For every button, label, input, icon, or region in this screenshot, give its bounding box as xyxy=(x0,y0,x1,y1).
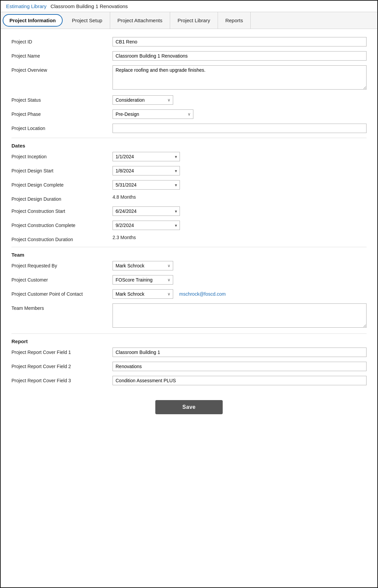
project-name-label: Project Name xyxy=(11,51,113,59)
project-design-start-row: Project Design Start 1/8/2024 xyxy=(11,166,367,175)
project-name-row: Project Name xyxy=(11,51,367,61)
report-cover-field-2-label: Project Report Cover Field 2 xyxy=(11,362,113,369)
report-cover-field-3-label: Project Report Cover Field 3 xyxy=(11,376,113,383)
project-inception-label: Project Inception xyxy=(11,152,113,159)
divider-report xyxy=(11,333,367,334)
tab-project-setup[interactable]: Project Setup xyxy=(65,12,110,29)
contact-row: Mark Schrock mschrock@foscd.com xyxy=(113,289,367,299)
tab-project-information[interactable]: Project Information xyxy=(3,14,63,27)
project-construction-complete-row: Project Construction Complete 9/2/2024 xyxy=(11,221,367,230)
project-inception-row: Project Inception 1/1/2024 xyxy=(11,152,367,161)
nav-tabs: Project Information Project Setup Projec… xyxy=(1,12,377,29)
project-phase-row: Project Phase Pre-Design Design Construc… xyxy=(11,109,367,119)
project-overview-row: Project Overview Replace roofing and the… xyxy=(11,65,367,91)
project-construction-start-select[interactable]: 6/24/2024 xyxy=(113,206,180,216)
dates-heading: Dates xyxy=(11,143,367,149)
divider-team xyxy=(11,247,367,247)
report-cover-field-2-input[interactable] xyxy=(113,362,367,371)
project-construction-start-field: 6/24/2024 xyxy=(113,206,367,216)
project-construction-complete-field: 9/2/2024 xyxy=(113,221,367,230)
project-status-select[interactable]: Consideration Active Complete xyxy=(113,95,173,105)
report-cover-field-3-input[interactable] xyxy=(113,376,367,385)
estimating-library-link[interactable]: Estimating Library xyxy=(6,3,46,9)
project-location-row: Project Location xyxy=(11,124,367,133)
project-construction-start-wrapper: 6/24/2024 xyxy=(113,206,180,216)
project-customer-label: Project Customer xyxy=(11,275,113,283)
project-requested-by-wrapper: Mark Schrock xyxy=(113,261,173,270)
project-construction-start-label: Project Construction Start xyxy=(11,206,113,214)
project-construction-complete-select[interactable]: 9/2/2024 xyxy=(113,221,180,230)
project-customer-wrapper: FOScore Training xyxy=(113,275,173,285)
project-design-start-field: 1/8/2024 xyxy=(113,166,367,175)
report-cover-field-1-label: Project Report Cover Field 1 xyxy=(11,348,113,355)
project-name-field xyxy=(113,51,367,61)
project-design-complete-row: Project Design Complete 5/31/2024 xyxy=(11,180,367,190)
team-heading: Team xyxy=(11,252,367,258)
top-bar-title: Classroom Building 1 Renovations xyxy=(51,3,128,9)
team-members-label: Team Members xyxy=(11,303,113,311)
tab-reports[interactable]: Reports xyxy=(218,12,251,29)
project-design-complete-select[interactable]: 5/31/2024 xyxy=(113,180,180,190)
project-requested-by-field: Mark Schrock xyxy=(113,261,367,270)
project-requested-by-label: Project Requested By xyxy=(11,261,113,268)
project-phase-field: Pre-Design Design Construction Closeout xyxy=(113,109,367,119)
project-customer-select[interactable]: FOScore Training xyxy=(113,275,173,285)
project-design-duration-value: 4.8 Months xyxy=(113,192,136,200)
project-design-complete-label: Project Design Complete xyxy=(11,180,113,188)
project-customer-field: FOScore Training xyxy=(113,275,367,285)
project-id-input[interactable] xyxy=(113,37,367,46)
project-status-wrapper: Consideration Active Complete xyxy=(113,95,173,105)
project-phase-select[interactable]: Pre-Design Design Construction Closeout xyxy=(113,109,193,119)
project-name-input[interactable] xyxy=(113,51,367,61)
project-phase-label: Project Phase xyxy=(11,109,113,117)
project-customer-poc-row: Project Customer Point of Contact Mark S… xyxy=(11,289,367,299)
project-overview-label: Project Overview xyxy=(11,65,113,73)
top-bar: Estimating Library Classroom Building 1 … xyxy=(1,1,377,12)
project-phase-wrapper: Pre-Design Design Construction Closeout xyxy=(113,109,193,119)
report-cover-field-1-input[interactable] xyxy=(113,348,367,357)
project-status-row: Project Status Consideration Active Comp… xyxy=(11,95,367,105)
report-cover-field-1-row: Project Report Cover Field 1 xyxy=(11,348,367,357)
project-id-field xyxy=(113,37,367,46)
report-cover-field-1-field xyxy=(113,348,367,357)
project-requested-by-row: Project Requested By Mark Schrock xyxy=(11,261,367,270)
project-design-duration-label: Project Design Duration xyxy=(11,194,113,202)
project-inception-field: 1/1/2024 xyxy=(113,152,367,161)
project-construction-duration-value: 2.3 Months xyxy=(113,233,136,240)
project-customer-row: Project Customer FOScore Training xyxy=(11,275,367,285)
project-construction-duration-row: Project Construction Duration 2.3 Months xyxy=(11,235,367,242)
team-members-textarea[interactable] xyxy=(113,303,367,328)
tab-project-library[interactable]: Project Library xyxy=(170,12,218,29)
project-design-complete-wrapper: 5/31/2024 xyxy=(113,180,180,190)
project-status-field: Consideration Active Complete xyxy=(113,95,367,105)
save-button[interactable]: Save xyxy=(155,400,222,414)
report-cover-field-3-field xyxy=(113,376,367,385)
report-cover-field-2-field xyxy=(113,362,367,371)
project-status-label: Project Status xyxy=(11,95,113,103)
project-location-label: Project Location xyxy=(11,124,113,131)
project-id-label: Project ID xyxy=(11,37,113,44)
report-cover-field-3-row: Project Report Cover Field 3 xyxy=(11,376,367,385)
project-inception-select[interactable]: 1/1/2024 xyxy=(113,152,180,161)
report-cover-field-2-row: Project Report Cover Field 2 xyxy=(11,362,367,371)
tab-project-attachments[interactable]: Project Attachments xyxy=(110,12,170,29)
project-location-input[interactable] xyxy=(113,124,367,133)
project-design-start-select[interactable]: 1/8/2024 xyxy=(113,166,180,175)
project-design-duration-row: Project Design Duration 4.8 Months xyxy=(11,194,367,202)
project-location-field xyxy=(113,124,367,133)
save-button-row: Save xyxy=(11,390,367,421)
app-container: Estimating Library Classroom Building 1 … xyxy=(0,0,378,588)
customer-email-link[interactable]: mschrock@foscd.com xyxy=(179,291,226,297)
project-construction-complete-label: Project Construction Complete xyxy=(11,221,113,228)
team-members-field xyxy=(113,303,367,329)
project-overview-textarea[interactable]: Replace roofing and then upgrade finishe… xyxy=(113,65,367,90)
project-overview-field: Replace roofing and then upgrade finishe… xyxy=(113,65,367,91)
form-content: Project ID Project Name Project Overview… xyxy=(1,29,377,587)
project-customer-poc-select[interactable]: Mark Schrock xyxy=(113,289,173,299)
team-members-row: Team Members xyxy=(11,303,367,329)
project-requested-by-select[interactable]: Mark Schrock xyxy=(113,261,173,270)
project-design-start-label: Project Design Start xyxy=(11,166,113,173)
project-inception-wrapper: 1/1/2024 xyxy=(113,152,180,161)
project-construction-start-row: Project Construction Start 6/24/2024 xyxy=(11,206,367,216)
project-customer-poc-field: Mark Schrock mschrock@foscd.com xyxy=(113,289,367,299)
